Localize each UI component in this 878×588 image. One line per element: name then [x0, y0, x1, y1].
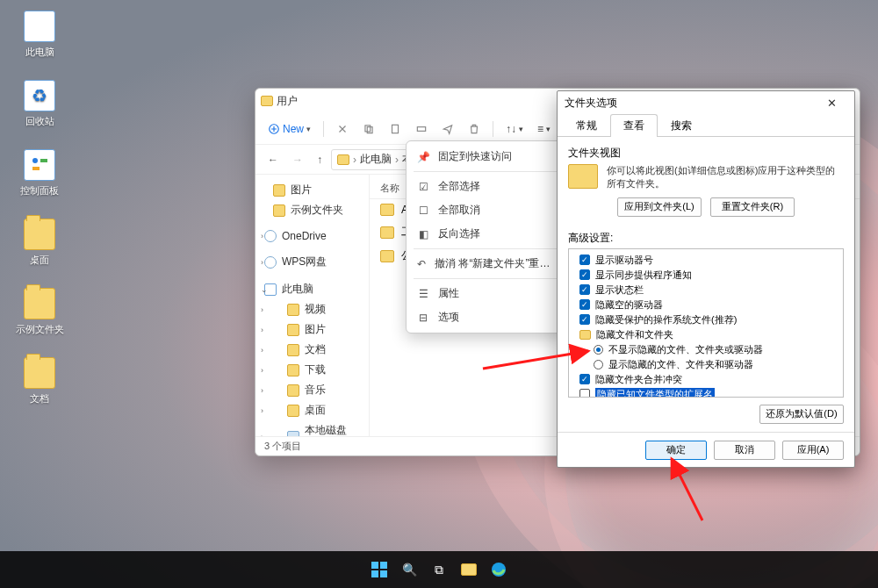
checkbox[interactable] [579, 389, 590, 398]
sidebar-item-label: WPS网盘 [282, 255, 327, 269]
chevron-right-icon: › [353, 154, 356, 166]
paste-button[interactable] [384, 119, 407, 139]
desktop-icon-folder[interactable]: 示例文件夹 [13, 288, 66, 336]
close-button[interactable]: ✕ [816, 97, 847, 110]
sidebar-item-desktop[interactable]: ›桌面 [257, 400, 367, 420]
folder-icon [380, 226, 394, 239]
checkbox[interactable]: ✓ [579, 269, 590, 280]
pin-icon: 📌 [417, 151, 429, 163]
sidebar-item-pictures[interactable]: 图片 [257, 180, 367, 200]
more-menu: 📌固定到快速访问 ☑全部选择 ☐全部取消 ◧反向选择 ↶撤消 将“新建文件夹”重… [406, 140, 565, 333]
tab-view[interactable]: 查看 [610, 114, 658, 137]
desktop-icon-controlpanel[interactable]: 控制面板 [13, 149, 66, 197]
desktop-icon-folder[interactable]: 文档 [13, 357, 66, 405]
desktop-icon-label: 控制面板 [13, 184, 66, 197]
dialog-title: 文件夹选项 [565, 96, 816, 111]
adv-item-merge-conflict[interactable]: ✓隐藏文件夹合并冲突 [572, 372, 839, 387]
advanced-settings-list[interactable]: ✓显示驱动器号 ✓显示同步提供程序通知 ✓显示状态栏 ✓隐藏空的驱动器 ✓隐藏受… [568, 248, 844, 398]
menu-item-label: 固定到快速访问 [438, 149, 512, 164]
adv-item-drive-letters[interactable]: ✓显示驱动器号 [572, 253, 839, 268]
sidebar-item-pictures[interactable]: ›图片 [257, 319, 367, 340]
adv-item-hide-empty[interactable]: ✓隐藏空的驱动器 [572, 298, 839, 312]
radio[interactable] [594, 345, 603, 355]
new-button[interactable]: New ▾ [263, 119, 316, 139]
explorer-sidebar[interactable]: 图片 示例文件夹 ›OneDrive ›WPS网盘 ⌄此电脑 ›视频 ›图片 ›… [255, 175, 370, 436]
breadcrumb-item[interactable]: 此电脑 [360, 152, 392, 167]
taskbar[interactable]: 🔍 ⧉ [0, 551, 878, 588]
apply-button[interactable]: 应用(A) [782, 441, 844, 460]
sidebar-item-music[interactable]: ›音乐 [257, 380, 367, 400]
folder-icon [24, 219, 55, 250]
sidebar-item-videos[interactable]: ›视频 [257, 299, 367, 319]
menu-item-selectnone[interactable]: ☐全部取消 [410, 198, 561, 222]
reset-folders-button[interactable]: 重置文件夹(R) [710, 197, 795, 217]
checkbox[interactable]: ✓ [579, 255, 590, 265]
sidebar-item-label: OneDrive [282, 230, 327, 242]
adv-item-sync-notify[interactable]: ✓显示同步提供程序通知 [572, 268, 839, 283]
adv-item-hidden-opt1[interactable]: 显示隐藏的文件、文件夹和驱动器 [572, 357, 839, 372]
chevron-down-icon: ▾ [306, 125, 311, 133]
sidebar-item-diskc[interactable]: ›本地磁盘 (C:) [257, 420, 367, 436]
delete-button[interactable] [463, 119, 486, 139]
chevron-right-icon: › [261, 326, 263, 334]
desktop-icon-thispc[interactable]: 此电脑 [13, 11, 66, 59]
chevron-right-icon: › [395, 154, 399, 166]
rename-button[interactable] [410, 119, 433, 139]
chevron-right-icon: › [261, 258, 263, 267]
adv-item-label: 显示同步提供程序通知 [595, 269, 692, 282]
dialog-titlebar[interactable]: 文件夹选项 ✕ [558, 91, 854, 114]
sidebar-item-wps[interactable]: ›WPS网盘 [257, 252, 367, 272]
forward-button[interactable]: → [287, 152, 308, 168]
desktop-icons: 此电脑 ♻ 回收站 控制面板 桌面 示例文件夹 文档 [13, 11, 66, 405]
checkbox[interactable]: ✓ [579, 374, 590, 384]
menu-item-pin[interactable]: 📌固定到快速访问 [410, 145, 561, 169]
tab-search[interactable]: 搜索 [658, 114, 705, 137]
taskbar-explorer[interactable] [457, 557, 481, 582]
sidebar-item-samples[interactable]: 示例文件夹 [257, 200, 367, 220]
control-panel-icon [24, 149, 55, 181]
restore-defaults-button[interactable]: 还原为默认值(D) [759, 405, 844, 424]
copy-button[interactable] [357, 119, 380, 139]
back-button[interactable]: ← [263, 152, 284, 168]
folder-icon [579, 330, 591, 340]
taskbar-taskview[interactable]: ⧉ [427, 557, 451, 582]
share-button[interactable] [436, 119, 459, 139]
sidebar-item-onedrive[interactable]: ›OneDrive [257, 227, 367, 245]
desktop-icon-recyclebin[interactable]: ♻ 回收站 [13, 80, 66, 128]
view-button[interactable]: ≡ ▾ [532, 119, 556, 139]
menu-item-options[interactable]: ⊟选项 [410, 305, 561, 329]
tab-general[interactable]: 常规 [563, 114, 610, 137]
checkbox[interactable]: ✓ [579, 284, 590, 295]
adv-item-hidden-opt0[interactable]: 不显示隐藏的文件、文件夹或驱动器 [572, 342, 839, 357]
menu-item-invert[interactable]: ◧反向选择 [410, 222, 561, 246]
sidebar-item-label: 本地磁盘 (C:) [305, 423, 363, 436]
menu-item-properties[interactable]: ☰属性 [410, 282, 561, 305]
desktop-icon-folder[interactable]: 桌面 [13, 219, 66, 267]
taskbar-edge[interactable] [486, 557, 511, 582]
menu-item-undo[interactable]: ↶撤消 将“新建文件夹”重命名为“图片” [410, 252, 561, 276]
apply-to-folders-button[interactable]: 应用到文件夹(L) [617, 197, 702, 217]
adv-item-hide-protected[interactable]: ✓隐藏受保护的操作系统文件(推荐) [572, 312, 839, 327]
adv-item-hide-extensions[interactable]: 隐藏已知文件类型的扩展名 [572, 387, 839, 398]
radio[interactable] [594, 360, 603, 369]
cloud-icon [264, 230, 277, 242]
menu-item-selectall[interactable]: ☑全部选择 [410, 175, 561, 198]
checkbox[interactable]: ✓ [579, 299, 590, 310]
folder-icon [568, 164, 598, 189]
sidebar-item-label: 图片 [305, 322, 326, 337]
start-button[interactable] [367, 557, 392, 582]
cut-button[interactable] [331, 119, 354, 139]
ok-button[interactable]: 确定 [645, 441, 707, 460]
sidebar-item-documents[interactable]: ›文档 [257, 340, 367, 360]
divider [493, 121, 493, 137]
sort-button[interactable]: ↑↓ ▾ [500, 119, 529, 139]
divider [414, 171, 558, 172]
taskbar-search[interactable]: 🔍 [397, 557, 421, 582]
up-button[interactable]: ↑ [312, 152, 327, 168]
adv-item-status-bar[interactable]: ✓显示状态栏 [572, 283, 839, 298]
sidebar-item-downloads[interactable]: ›下载 [257, 360, 367, 380]
cancel-button[interactable]: 取消 [714, 441, 775, 460]
menu-item-label: 全部取消 [438, 203, 480, 218]
sidebar-item-thispc[interactable]: ⌄此电脑 [257, 279, 367, 299]
checkbox[interactable]: ✓ [579, 314, 590, 325]
